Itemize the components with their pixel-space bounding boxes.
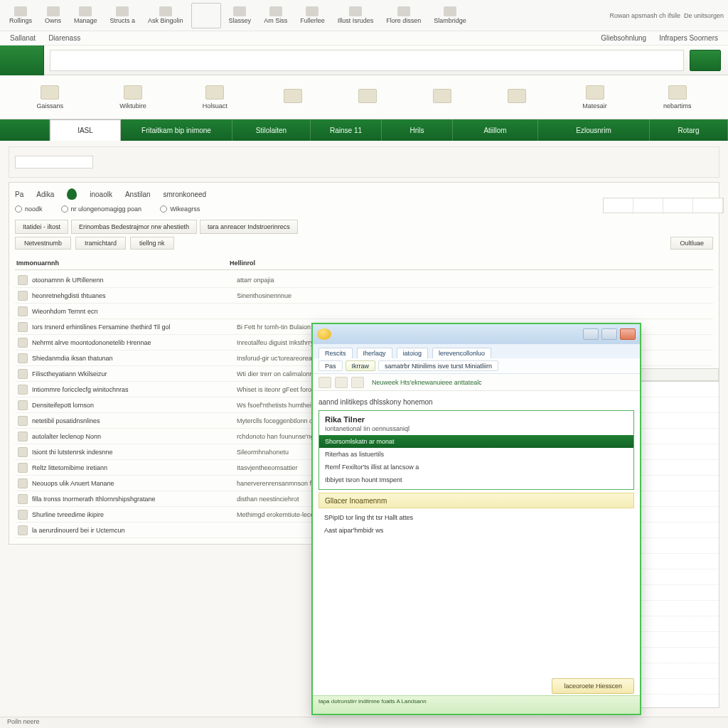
tool-button[interactable] [284,89,302,106]
tool-icon [358,89,377,103]
toolbar-label[interactable]: Pa [15,191,23,198]
col-header[interactable]: Immonuarnnh [16,259,230,267]
menu-item[interactable]: Am Siss [259,4,292,26]
menu2-item[interactable]: Sallanat [10,34,36,42]
menu2-item[interactable]: Gliebsohnlung [601,34,646,42]
primary-button[interactable]: laceoroete Hiesscen [552,678,634,694]
item-icon [18,432,28,441]
menu-item[interactable]: Slambridge [429,4,471,26]
menu-item[interactable]: Illust Isrudes [333,4,379,26]
green-tab[interactable] [0,119,50,141]
card-line: Remf Fexiltor'ts illist at lancsow a [319,461,633,473]
highlight-row[interactable]: Gllacer Inoamennm [318,493,634,508]
tool-icon [284,89,302,103]
dialog-subtab[interactable]: Pas [318,360,343,371]
dialog-subtab-active[interactable]: Ikrraw [346,360,376,371]
formula-bar[interactable] [50,50,684,71]
toolbar-label[interactable]: Adika [36,191,54,198]
item-icon [18,416,28,426]
panel-tab[interactable]: Itatidei - iltost [15,220,68,234]
tool-button[interactable]: nebartims [663,85,692,109]
item-name: Filisctheyatiann Wkilseizur [32,370,237,378]
list-item[interactable]: heonretnehgdisti thtuanesSinenthosinennn… [15,288,713,304]
tool-button[interactable]: Matesair [582,85,607,109]
green-tab[interactable]: Atiillom [453,119,538,141]
menu2-item[interactable]: Infrapers Soorners [659,34,718,42]
green-tab[interactable]: Hrils [382,119,453,141]
menu-item[interactable]: Owns [40,4,66,26]
green-tab-active[interactable]: IASL [50,119,121,141]
menu-item[interactable]: Structs a [105,4,141,26]
radio-option[interactable]: Wikeagrss [160,205,200,213]
status-bar: Poiln neere [0,717,728,728]
item-icon [18,447,28,457]
menu-item-boxed[interactable] [191,3,221,28]
menu-item[interactable]: Manage [69,4,102,26]
tool-button[interactable] [508,89,526,106]
item-name: otoonamnn ik URillenenn [32,277,237,284]
home-tab[interactable] [0,46,44,75]
panel-button[interactable]: Netvestnumb [15,237,71,250]
menu-item[interactable]: Fullerlee [295,4,330,26]
menu-item[interactable]: Rollings [4,4,37,26]
radio-option[interactable]: noodk [15,205,43,213]
result-row[interactable]: Aast aipar'hmbidr ws [318,524,634,537]
card-bar: Shorsomlskatn ar monat [319,435,633,448]
list-item[interactable]: Wieonhdom Ternnt ecn [15,304,713,319]
toolbar-label[interactable]: smronkoneed [164,191,207,198]
dialog-tab[interactable]: Rescits [318,348,353,358]
tool-button[interactable] [358,89,377,106]
panel-tab[interactable]: tara anreacer Indstroerinrecs [200,220,298,234]
green-tab[interactable]: Rainse 11 [311,119,382,141]
panel-button[interactable]: Oultluae [670,237,713,250]
ribbon-badge[interactable] [690,50,721,71]
radio-option[interactable]: nr ulongenomagigg poan [61,205,142,213]
toolbar-icon[interactable] [351,377,364,388]
list-item[interactable]: otoonamnn ik URillenennattarr onpajia [15,272,713,288]
dialog-tab[interactable]: Iherlaqy [357,348,392,358]
toolbar-icon[interactable] [318,377,331,388]
tool-icon [433,89,451,103]
dialog-titlebar[interactable] [313,324,640,344]
result-row[interactable]: SPipID tor ling tht tsr Hallt attes [318,511,634,524]
dialog-subtab[interactable]: samatrbr Ntinilims isve turst Miniatliir… [378,360,498,371]
generic-icon [349,6,362,16]
close-icon[interactable] [620,328,636,340]
panel-tab[interactable]: Erinombas Bedestrajmor nrw ahestieth [71,220,197,234]
green-tab[interactable]: Fritaitkam bip inimone [121,119,232,141]
generic-icon [116,6,129,16]
toolbar-label[interactable]: inoaolk [90,191,112,198]
green-tab[interactable]: Ezlousnrim [538,119,650,141]
generic-icon [306,6,318,16]
tool-button[interactable]: Holsuact [203,85,228,109]
toolbar-icon[interactable] [335,377,348,388]
top-menubar: Rollings Owns Manage Structs a Ask Bingo… [0,0,728,31]
maximize-icon[interactable] [601,328,617,340]
item-name: Neouops ulik Anuert Manane [32,480,237,487]
menu-item[interactable]: Slassey [224,4,257,26]
panel-tabs: Itatidei - iltost Erinombas Bedestrajmor… [15,220,713,234]
menu-item[interactable]: Ask Bingolin [143,4,188,26]
generic-icon [269,6,282,16]
tool-button[interactable] [433,89,451,106]
menu-item[interactable]: Flore dissen [381,4,426,26]
dialog-tab[interactable]: iatoiog [397,348,429,358]
menu2-item[interactable]: Diarenass [48,34,80,42]
toolbar-label[interactable]: Anstilan [125,191,151,198]
panel-button[interactable]: Iramichtard [75,237,126,250]
generic-icon [159,6,172,16]
info-card: Rika Tilner Ioritanetional Iin oennussan… [318,410,634,490]
dialog-tab[interactable]: lerevencollonluo [432,348,491,358]
col-header[interactable]: Hellinrol [230,259,712,267]
green-tab[interactable]: Stilolaiten [232,119,311,141]
dialog-iconbar: Neuweek Hts'eknewanuieee anttatealc [313,374,640,391]
tool-button[interactable]: Gaissans [37,85,64,109]
column-headers: Immonuarnnh Hellinrol [15,257,713,270]
item-detail: attarr onpajia [237,277,713,284]
minimize-icon[interactable] [583,328,599,340]
side-widget[interactable] [603,198,724,213]
panel-button[interactable]: tiellng nk [130,237,174,250]
name-box[interactable] [15,156,93,168]
tool-button[interactable]: Wiktubire [119,85,146,109]
green-tab[interactable]: Rotarg [650,119,728,141]
